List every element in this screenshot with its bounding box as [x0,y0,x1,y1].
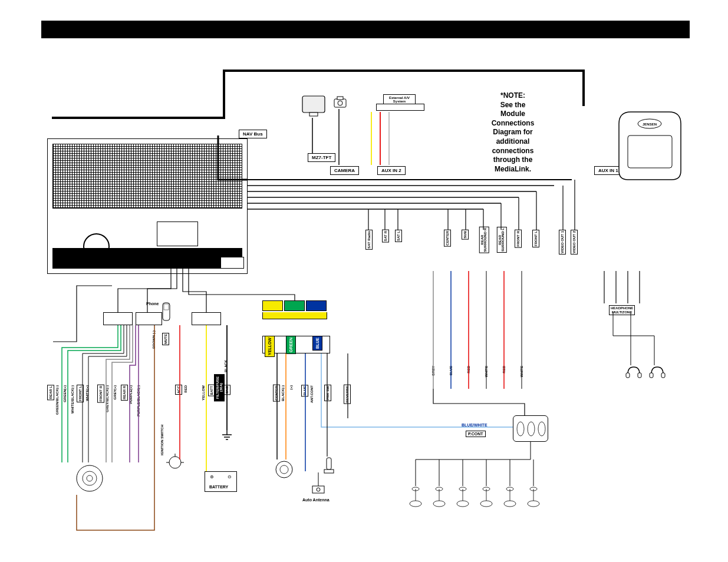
head-unit-bottom-bar [52,248,242,269]
video-out-2-vlabel: VIDEO OUT 2 [571,230,578,254]
rear-surround-r-vlabel: REARSURROUND R [479,227,489,253]
acc-vlabel: ACC [175,385,182,395]
center-speaker-icon [274,459,295,480]
speaker-array [407,486,560,521]
svg-rect-36 [650,373,653,378]
auto-antenna-label: Auto Antenna [302,498,330,502]
sat-l-vlabel: SAT L [395,230,402,242]
head-unit-heatsink [52,144,242,209]
front-r-vlabel: FRONT R [97,385,104,403]
reverse-vlabel: REVERSE [344,385,351,404]
rear-surround-l-vlabel: REARSURROUND L [497,227,507,253]
svg-point-11 [410,501,421,507]
green-black-vlabel: GREEN/BLACK(-) [54,385,60,415]
blue-c-vlabel: BLUE [301,385,308,396]
filter-fuse-vlabel: FILTER/FUSE(30A) [214,374,225,401]
auto-antenna-icon [309,471,327,495]
red-rca2-vlabel: RED [501,365,507,374]
connector-block-2 [136,312,162,325]
svg-rect-39 [309,113,318,116]
iso-green [284,300,305,311]
sat-r-vlabel: SAT R [382,230,389,243]
svg-point-29 [77,465,103,491]
blue-white-label: BLUE/WHITE [462,423,487,427]
front-r-out-vlabel: FRONT R [515,230,522,248]
svg-rect-42 [337,97,343,100]
svg-point-8 [517,422,524,436]
purple-black-vlabel: PURPLE/BLACK(-) [136,385,141,417]
yellow-vlabel: YELLOW [265,336,275,357]
phone-icon [161,302,173,322]
ground-icon [221,430,233,442]
svg-rect-40 [334,99,346,107]
phone-label: Phone [146,302,159,306]
white-plus-vlabel: WHITE(+) [84,385,90,402]
svg-point-33 [280,465,288,474]
blue-vlabel: BLUE [312,336,322,351]
svg-text:JENSEN: JENSEN [643,123,657,126]
center-vlabel: CENTER [273,385,280,402]
mute-vlabel: MUTE [162,333,169,345]
connector-block-1 [103,312,133,325]
battery-label: BATTERY [209,485,228,489]
note-text: *NOTE:See theModuleConnectionsDiagram fo… [466,91,560,174]
prk-sw-vlabel: PRK SW [324,385,331,401]
rear-l-vlabel: REAR L [47,385,54,400]
grey-plus-vlabel: GREY(+) [112,385,118,401]
svg-point-14 [433,501,445,507]
mz7-tft-label: MZ7-TFT [308,153,335,162]
svg-rect-34 [626,373,630,378]
svg-point-32 [276,461,292,478]
parking-brake-icon [322,457,337,474]
white-rca2-vlabel: WHITE [519,365,525,378]
red-rca-vlabel: RED [466,365,472,374]
rear-r-vlabel: REAR R [121,385,128,401]
ignition-switch-icon [166,454,184,471]
amplifier [513,415,548,442]
sub-vlabel: SUB [462,230,469,240]
connector-block-3 [192,312,221,325]
nav-bus-label: NAV Bus [239,130,267,138]
svg-point-26 [528,501,539,507]
blue-rca-vlabel: BLUE [448,365,454,376]
center-out-vlabel: CENTER [444,230,451,247]
yellow-wire-vlabel: YELLOW [200,385,206,401]
head-unit-connector-main [157,222,198,246]
front-l-vlabel: FRONT L [77,385,84,402]
green-vlabel: GREEN [286,336,296,354]
svg-rect-37 [661,373,665,378]
p-cont-label: P.CONT [466,431,486,437]
external-av-connector [376,104,424,111]
svg-rect-44 [324,470,334,473]
svg-point-49 [169,457,181,468]
svg-point-9 [528,422,535,436]
headphone-icon-2 [648,365,666,380]
diagram-content: *NOTE:See theModuleConnectionsDiagram fo… [41,47,690,542]
svg-rect-35 [638,373,641,378]
svg-point-30 [83,471,97,485]
svg-rect-5 [312,486,324,493]
headphone-multizone-label: HEADPHONEMULTIZONE [609,305,635,315]
iso-yellow [262,300,283,311]
iso-base [262,312,327,319]
black-minus-vlabel: BLACK(-) [280,385,286,402]
svg-point-20 [480,501,492,507]
camera-icon [333,94,348,109]
purple-plus-vlabel: PURPLE(+) [128,385,134,405]
svg-point-17 [457,501,469,507]
head-unit [47,138,248,274]
green-plus-vlabel: GREEN(+) [62,385,68,403]
wiring-svg [41,47,690,542]
white-black-vlabel: WHITE/BLACK(-) [70,385,75,414]
video-out-1-vlabel: VIDEO OUT 1 [559,230,566,254]
grey-rca-vlabel: GREY [430,365,436,376]
sat-radio-vlabel: SAT Radio [365,230,373,250]
red-vlabel: RED [183,385,189,394]
svg-rect-38 [302,96,325,113]
aux-in-2-label: AUX IN 2 [377,166,406,175]
black-wire-vlabel: BLACK [223,359,229,373]
plus-vlabel: (+) [288,385,294,391]
grey-black-vlabel: GREY/BLACK(-) [104,385,110,413]
speaker-main-icon [74,462,106,495]
head-unit-connector-side [220,257,244,269]
